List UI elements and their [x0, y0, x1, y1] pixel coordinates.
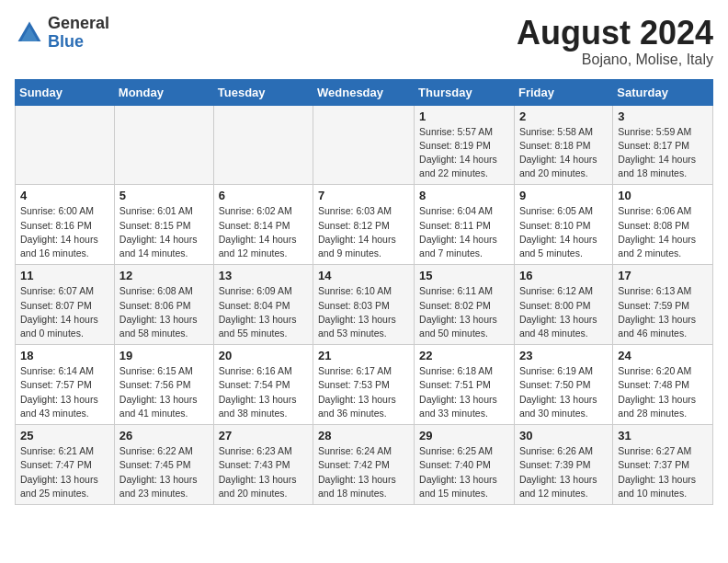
day-info: Sunrise: 6:22 AMSunset: 7:45 PMDaylight:… [119, 444, 209, 500]
day-info: Sunrise: 6:10 AMSunset: 8:03 PMDaylight:… [318, 284, 409, 340]
calendar-cell: 9Sunrise: 6:05 AMSunset: 8:10 PMDaylight… [514, 185, 612, 265]
day-info: Sunrise: 6:02 AMSunset: 8:14 PMDaylight:… [219, 204, 308, 260]
calendar-cell [313, 105, 415, 185]
day-info: Sunrise: 6:25 AMSunset: 7:40 PMDaylight:… [419, 444, 509, 500]
day-number: 18 [20, 349, 109, 362]
logo-icon [15, 18, 44, 48]
day-number: 21 [318, 349, 409, 362]
calendar-cell: 11Sunrise: 6:07 AMSunset: 8:07 PMDayligh… [16, 265, 115, 345]
column-header-monday: Monday [114, 79, 213, 105]
calendar-cell: 30Sunrise: 6:26 AMSunset: 7:39 PMDayligh… [514, 425, 612, 505]
location: Bojano, Molise, Italy [517, 52, 713, 68]
calendar-cell: 27Sunrise: 6:23 AMSunset: 7:43 PMDayligh… [213, 425, 313, 505]
calendar-cell: 7Sunrise: 6:03 AMSunset: 8:12 PMDaylight… [313, 185, 415, 265]
calendar-cell: 28Sunrise: 6:24 AMSunset: 7:42 PMDayligh… [313, 425, 415, 505]
day-number: 16 [519, 269, 608, 282]
day-info: Sunrise: 6:03 AMSunset: 8:12 PMDaylight:… [318, 204, 409, 260]
calendar-cell: 1Sunrise: 5:57 AMSunset: 8:19 PMDaylight… [415, 105, 515, 185]
day-info: Sunrise: 6:18 AMSunset: 7:51 PMDaylight:… [419, 364, 509, 420]
calendar-cell: 18Sunrise: 6:14 AMSunset: 7:57 PMDayligh… [16, 345, 115, 425]
day-number: 30 [519, 429, 608, 442]
calendar-cell: 14Sunrise: 6:10 AMSunset: 8:03 PMDayligh… [313, 265, 415, 345]
day-number: 19 [119, 349, 209, 362]
calendar-week-5: 25Sunrise: 6:21 AMSunset: 7:47 PMDayligh… [16, 425, 713, 505]
day-number: 25 [20, 429, 109, 442]
calendar-cell: 10Sunrise: 6:06 AMSunset: 8:08 PMDayligh… [613, 185, 713, 265]
day-number: 29 [419, 429, 509, 442]
day-info: Sunrise: 6:21 AMSunset: 7:47 PMDaylight:… [20, 444, 109, 500]
calendar-week-1: 1Sunrise: 5:57 AMSunset: 8:19 PMDaylight… [16, 105, 713, 185]
calendar-cell: 17Sunrise: 6:13 AMSunset: 7:59 PMDayligh… [613, 265, 713, 345]
day-number: 27 [219, 429, 308, 442]
day-number: 10 [618, 189, 708, 202]
day-number: 12 [119, 269, 209, 282]
calendar-cell: 16Sunrise: 6:12 AMSunset: 8:00 PMDayligh… [514, 265, 612, 345]
day-info: Sunrise: 6:06 AMSunset: 8:08 PMDaylight:… [618, 204, 708, 260]
day-number: 3 [618, 109, 708, 123]
day-info: Sunrise: 6:20 AMSunset: 7:48 PMDaylight:… [618, 364, 708, 420]
calendar-cell: 20Sunrise: 6:16 AMSunset: 7:54 PMDayligh… [213, 345, 313, 425]
day-info: Sunrise: 5:59 AMSunset: 8:17 PMDaylight:… [618, 125, 708, 181]
day-number: 9 [519, 189, 608, 202]
day-number: 26 [119, 429, 209, 442]
day-info: Sunrise: 6:04 AMSunset: 8:11 PMDaylight:… [419, 204, 509, 260]
day-number: 1 [419, 109, 509, 123]
day-info: Sunrise: 6:13 AMSunset: 7:59 PMDaylight:… [618, 284, 708, 340]
logo-blue-text: Blue [48, 32, 84, 51]
day-info: Sunrise: 6:08 AMSunset: 8:06 PMDaylight:… [119, 284, 209, 340]
calendar-table: SundayMondayTuesdayWednesdayThursdayFrid… [15, 79, 713, 505]
logo-general-text: General [48, 14, 109, 32]
day-info: Sunrise: 6:17 AMSunset: 7:53 PMDaylight:… [318, 364, 409, 420]
day-info: Sunrise: 6:24 AMSunset: 7:42 PMDaylight:… [318, 444, 409, 500]
day-number: 15 [419, 269, 509, 282]
day-number: 11 [20, 269, 109, 282]
day-info: Sunrise: 6:12 AMSunset: 8:00 PMDaylight:… [519, 284, 608, 340]
day-info: Sunrise: 5:57 AMSunset: 8:19 PMDaylight:… [419, 125, 509, 181]
day-number: 13 [219, 269, 308, 282]
calendar-cell: 4Sunrise: 6:00 AMSunset: 8:16 PMDaylight… [16, 185, 115, 265]
calendar-cell: 6Sunrise: 6:02 AMSunset: 8:14 PMDaylight… [213, 185, 313, 265]
column-header-sunday: Sunday [16, 79, 115, 105]
day-number: 5 [119, 189, 209, 202]
day-info: Sunrise: 6:05 AMSunset: 8:10 PMDaylight:… [519, 204, 608, 260]
calendar-cell: 19Sunrise: 6:15 AMSunset: 7:56 PMDayligh… [114, 345, 213, 425]
day-info: Sunrise: 6:09 AMSunset: 8:04 PMDaylight:… [219, 284, 308, 340]
day-info: Sunrise: 6:01 AMSunset: 8:15 PMDaylight:… [119, 204, 209, 260]
day-number: 17 [618, 269, 708, 282]
calendar-cell: 12Sunrise: 6:08 AMSunset: 8:06 PMDayligh… [114, 265, 213, 345]
calendar-cell: 15Sunrise: 6:11 AMSunset: 8:02 PMDayligh… [415, 265, 515, 345]
day-info: Sunrise: 6:26 AMSunset: 7:39 PMDaylight:… [519, 444, 608, 500]
column-header-saturday: Saturday [613, 79, 713, 105]
day-number: 24 [618, 349, 708, 362]
calendar-cell: 25Sunrise: 6:21 AMSunset: 7:47 PMDayligh… [16, 425, 115, 505]
day-number: 7 [318, 189, 409, 202]
day-info: Sunrise: 6:07 AMSunset: 8:07 PMDaylight:… [20, 284, 109, 340]
day-info: Sunrise: 5:58 AMSunset: 8:18 PMDaylight:… [519, 125, 608, 181]
day-info: Sunrise: 6:11 AMSunset: 8:02 PMDaylight:… [419, 284, 509, 340]
calendar-week-2: 4Sunrise: 6:00 AMSunset: 8:16 PMDaylight… [16, 185, 713, 265]
day-number: 14 [318, 269, 409, 282]
day-number: 22 [419, 349, 509, 362]
day-number: 28 [318, 429, 409, 442]
calendar-week-4: 18Sunrise: 6:14 AMSunset: 7:57 PMDayligh… [16, 345, 713, 425]
calendar-cell: 5Sunrise: 6:01 AMSunset: 8:15 PMDaylight… [114, 185, 213, 265]
calendar-cell: 24Sunrise: 6:20 AMSunset: 7:48 PMDayligh… [613, 345, 713, 425]
day-info: Sunrise: 6:23 AMSunset: 7:43 PMDaylight:… [219, 444, 308, 500]
column-header-thursday: Thursday [415, 79, 515, 105]
day-info: Sunrise: 6:27 AMSunset: 7:37 PMDaylight:… [618, 444, 708, 500]
calendar-week-3: 11Sunrise: 6:07 AMSunset: 8:07 PMDayligh… [16, 265, 713, 345]
day-info: Sunrise: 6:00 AMSunset: 8:16 PMDaylight:… [20, 204, 109, 260]
day-number: 31 [618, 429, 708, 442]
page-header: General Blue August 2024 Bojano, Molise,… [15, 15, 713, 68]
calendar-cell: 23Sunrise: 6:19 AMSunset: 7:50 PMDayligh… [514, 345, 612, 425]
day-info: Sunrise: 6:14 AMSunset: 7:57 PMDaylight:… [20, 364, 109, 420]
calendar-cell [16, 105, 115, 185]
calendar-cell: 31Sunrise: 6:27 AMSunset: 7:37 PMDayligh… [613, 425, 713, 505]
calendar-cell: 8Sunrise: 6:04 AMSunset: 8:11 PMDaylight… [415, 185, 515, 265]
day-info: Sunrise: 6:19 AMSunset: 7:50 PMDaylight:… [519, 364, 608, 420]
day-number: 6 [219, 189, 308, 202]
calendar-cell: 22Sunrise: 6:18 AMSunset: 7:51 PMDayligh… [415, 345, 515, 425]
month-year: August 2024 [517, 15, 713, 52]
calendar-cell [114, 105, 213, 185]
header-row: SundayMondayTuesdayWednesdayThursdayFrid… [16, 79, 713, 105]
